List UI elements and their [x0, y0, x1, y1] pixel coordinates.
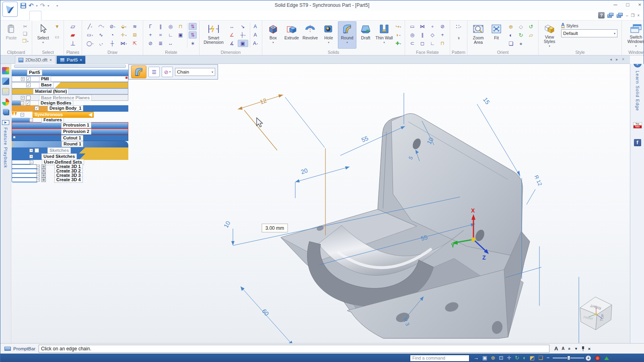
statusbar-icon[interactable]: ◐: [523, 354, 526, 362]
statusbar-icon[interactable]: ↻: [515, 354, 519, 362]
draw-tool-icon[interactable]: ◔: [107, 31, 118, 39]
tree-checkbox[interactable]: [26, 83, 31, 87]
relate-tool-icon[interactable]: ∥: [156, 23, 165, 30]
zoom-slider-thumb[interactable]: [567, 356, 570, 360]
selected-dimension[interactable]: [238, 94, 325, 235]
text-tool-icon[interactable]: A: [251, 23, 259, 30]
draw-tool-icon[interactable]: ◠▾: [96, 23, 107, 30]
tree-item[interactable]: − Design Bodies: [12, 101, 21, 105]
tree-item-label[interactable]: Sketches: [47, 147, 71, 153]
view-cube[interactable]: RIGHT TOP FRONT: [580, 297, 612, 330]
statusbar-icon[interactable]: ✛: [507, 354, 511, 362]
statusbar-icon[interactable]: ⊕: [491, 354, 495, 362]
face-relate-icon[interactable]: ⊘: [438, 23, 447, 30]
layers-icon[interactable]: [3, 109, 8, 115]
zoom-area-button[interactable]: Zoom Area: [469, 21, 488, 49]
draw-tool-icon[interactable]: ∿: [96, 31, 107, 39]
tree-item[interactable]: + Create 3D 1: [12, 164, 37, 169]
tree-item[interactable]: − User-Defined Sets: [12, 160, 30, 164]
ribbon-tab[interactable]: [75, 11, 86, 20]
orient-tool-icon[interactable]: ⊕: [506, 23, 516, 30]
orient-tool-icon[interactable]: ◐: [506, 31, 516, 39]
help-circle-icon[interactable]: ?: [634, 64, 642, 67]
draw-tool-icon[interactable]: ┼: [107, 40, 118, 47]
solids-extra-icon[interactable]: ◗▾: [394, 31, 402, 39]
statusbar-icon[interactable]: ❏: [538, 354, 543, 362]
relate-tool-icon[interactable]: ⊘: [146, 40, 155, 47]
tree-expander-icon[interactable]: −: [30, 160, 33, 164]
deselect-button[interactable]: ⊘ ▾: [162, 67, 173, 77]
plane-icon[interactable]: ⊥: [66, 40, 79, 47]
expand-icon[interactable]: ▼: [574, 347, 578, 351]
clipboard-icon[interactable]: ✂: [21, 23, 29, 30]
minimize-button[interactable]: ─: [613, 2, 617, 8]
tree-item[interactable]: + Sketches: [12, 147, 128, 154]
ribbon-tab[interactable]: [41, 11, 53, 20]
orient-tool-icon[interactable]: ↻: [516, 31, 526, 39]
image-icon[interactable]: [2, 88, 9, 95]
deselect-dropdown-icon[interactable]: ▾: [169, 70, 171, 74]
tree-item[interactable]: Part5: [12, 70, 128, 76]
smart-dimension-button[interactable]: Smart Dimension: [201, 21, 226, 49]
orient-tool-icon[interactable]: ❏: [506, 40, 516, 47]
revolve-button[interactable]: Revolve: [301, 21, 319, 49]
relate-tool-icon[interactable]: ▣: [176, 31, 185, 39]
pattern-tool-icon[interactable]: ◑: [453, 34, 465, 41]
fit-button[interactable]: Fit: [488, 21, 505, 49]
tree-item[interactable]: + Create 3D 2: [12, 169, 37, 173]
draw-tool-icon[interactable]: ▭▾: [84, 31, 95, 39]
solids-extra-icon[interactable]: ↪▾: [394, 23, 402, 30]
draw-tool-icon[interactable]: ✛▾: [118, 31, 129, 39]
window-cascade-icon[interactable]: [617, 13, 623, 18]
font-increase-icon[interactable]: A: [554, 346, 558, 352]
orient-tool-icon[interactable]: ↺: [526, 23, 536, 30]
dimension-tool-icon[interactable]: ↔: [227, 23, 237, 30]
dimension-tool-icon[interactable]: ∡: [227, 40, 237, 47]
tree-expander-icon[interactable]: +: [36, 165, 40, 168]
relate-extra-icon[interactable]: ∗: [189, 40, 197, 47]
document-tab[interactable]: Part5 ×: [56, 55, 86, 64]
tree-item-label[interactable]: PMI: [39, 76, 51, 82]
tree-checkbox[interactable]: [35, 106, 39, 110]
orient-tool-icon[interactable]: ▱: [526, 31, 536, 39]
statusbar-icon[interactable]: −: [547, 354, 550, 362]
dimension-tool-icon[interactable]: ↘: [238, 23, 248, 30]
document-window-buttons[interactable]: ‒ ❐ ×: [626, 13, 640, 18]
tree-item-label[interactable]: Design Body_1: [47, 105, 83, 111]
relate-tool-icon[interactable]: Γ: [146, 23, 155, 30]
tree-item-label[interactable]: Material (None): [33, 88, 69, 94]
ribbon-tab[interactable]: [53, 11, 64, 20]
dimension-tool-icon[interactable]: ┼▾: [238, 31, 248, 39]
tree-expander-icon[interactable]: +: [21, 96, 25, 100]
tree-item[interactable]: + PMI: [12, 76, 128, 82]
face-relate-icon[interactable]: ∘: [428, 23, 437, 30]
face-relate-icon[interactable]: ⋈: [418, 23, 427, 30]
orient-tool-icon[interactable]: ◇: [516, 23, 526, 30]
ribbon-tab[interactable]: [120, 11, 132, 20]
round-dropdown-icon[interactable]: ▾: [346, 40, 348, 45]
switch-windows-button[interactable]: Switch Windows ▾: [623, 21, 644, 49]
maximize-button[interactable]: □: [626, 2, 630, 8]
relate-tool-icon[interactable]: ◎: [166, 23, 175, 30]
tree-item-label[interactable]: Round 1: [62, 141, 83, 147]
pattern-tool-icon[interactable]: ∷▾: [453, 23, 465, 30]
tree-checkbox[interactable]: [41, 178, 46, 182]
collapse-icon[interactable]: «: [567, 347, 572, 350]
ribbon-tab[interactable]: [86, 11, 98, 20]
tree-item[interactable]: Protrusion 2: [12, 129, 128, 135]
tree-item[interactable]: − Features: [12, 118, 29, 122]
ribbon-tab[interactable]: [132, 11, 143, 20]
draw-tool-icon[interactable]: ⬙▾: [118, 23, 129, 30]
tree-item-label[interactable]: Create 3D 4: [54, 177, 83, 183]
relate-extra-icon[interactable]: ⇅: [189, 23, 197, 30]
relate-tool-icon[interactable]: ⊓: [176, 23, 185, 30]
switch-windows-dropdown-icon[interactable]: ▾: [635, 44, 637, 48]
draw-tool-icon[interactable]: ◟▾: [96, 40, 107, 47]
face-relate-icon[interactable]: ◻: [418, 40, 427, 47]
selection-type-select[interactable]: Chain ▾: [175, 68, 215, 76]
view-styles-button[interactable]: View Styles ▾: [540, 21, 559, 49]
thin-wall-dropdown-icon[interactable]: ▾: [383, 40, 385, 45]
relate-tool-icon[interactable]: ∟: [166, 31, 175, 39]
face-relate-icon[interactable]: ▭: [407, 23, 417, 30]
ribbon-tab[interactable]: [143, 11, 154, 20]
